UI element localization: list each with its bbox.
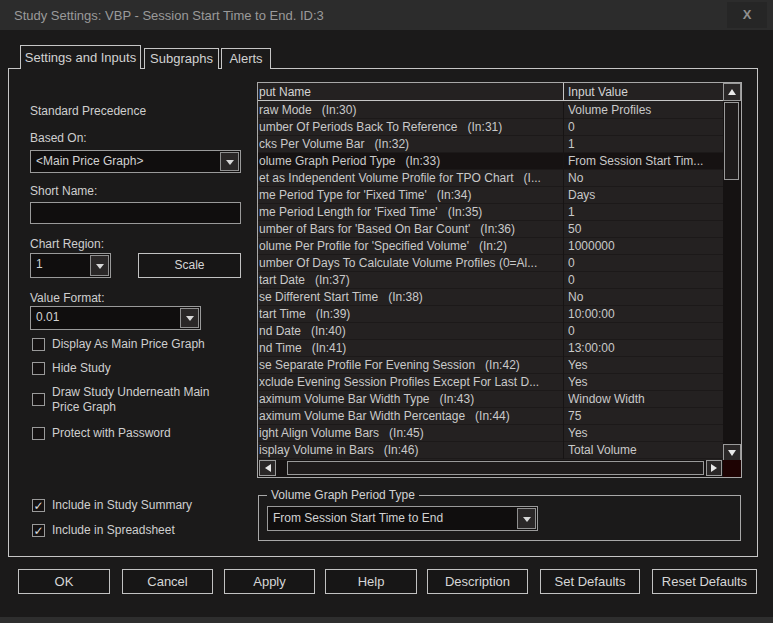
input-name-cell[interactable]: nd Time (In:41) (259, 341, 559, 355)
input-name-cell[interactable]: umber Of Days To Calculate Volume Profil… (259, 256, 559, 270)
table-row[interactable]: tart Time (In:39)10:00:00 (258, 306, 723, 323)
input-name-cell[interactable]: nd Date (In:40) (259, 324, 559, 338)
input-name-cell[interactable]: se Separate Profile For Evening Session … (259, 358, 559, 372)
input-value-cell[interactable]: 0 (568, 273, 720, 287)
input-name-cell[interactable]: raw Mode (In:30) (259, 103, 559, 117)
checked-checkbox-icon[interactable]: ✓ (32, 499, 45, 512)
input-name-cell[interactable]: umber of Bars for 'Based On Bar Count' (… (259, 222, 559, 236)
input-name-cell[interactable]: olume Graph Period Type (In:33) (259, 154, 559, 168)
input-name-cell[interactable]: ight Align Volume Bars (In:45) (259, 426, 559, 440)
input-value-cell[interactable]: 13:00:00 (568, 341, 720, 355)
input-value-cell[interactable]: Yes (568, 358, 720, 372)
horizontal-scrollbar-thumb[interactable] (287, 461, 704, 475)
chart-region-dropdown[interactable]: 1 (30, 253, 111, 278)
checked-checkbox-icon[interactable]: ✓ (32, 524, 45, 537)
set-defaults-button[interactable]: Set Defaults (540, 569, 640, 594)
period-type-dropdown[interactable]: From Session Start Time to End (267, 506, 538, 531)
input-value-cell[interactable]: Yes (568, 426, 720, 440)
table-row[interactable]: ight Align Volume Bars (In:45)Yes (258, 425, 723, 442)
scroll-down-icon[interactable] (723, 444, 741, 461)
table-row[interactable]: umber of Bars for 'Based On Bar Count' (… (258, 221, 723, 238)
input-name-cell[interactable]: me Period Length for 'Fixed Time' (In:35… (259, 205, 559, 219)
input-value-cell[interactable]: Volume Profiles (568, 103, 720, 117)
input-value-cell[interactable]: Days (568, 188, 720, 202)
unchecked-checkbox-icon[interactable] (32, 362, 45, 375)
input-value-cell[interactable]: From Session Start Tim... (568, 154, 720, 168)
inputs-table-header[interactable]: put Name Input Value (258, 83, 723, 101)
ok-button[interactable]: OK (18, 569, 110, 594)
input-name-cell[interactable]: et as Independent Volume Profile for TPO… (259, 171, 559, 185)
input-value-cell[interactable]: No (568, 171, 720, 185)
table-row[interactable]: et as Independent Volume Profile for TPO… (258, 170, 723, 187)
input-name-cell[interactable]: me Period Type for 'Fixed Time' (In:34) (259, 188, 559, 202)
help-button[interactable]: Help (325, 569, 417, 594)
table-row[interactable]: umber Of Days To Calculate Volume Profil… (258, 255, 723, 272)
input-value-cell[interactable]: 1 (568, 137, 720, 151)
apply-button[interactable]: Apply (224, 569, 315, 594)
input-value-cell[interactable]: 1 (568, 205, 720, 219)
input-name-cell[interactable]: umber Of Periods Back To Reference (In:3… (259, 120, 559, 134)
input-name-cell[interactable]: tart Date (In:37) (259, 273, 559, 287)
table-row[interactable]: olume Graph Period Type (In:33)From Sess… (258, 153, 723, 170)
table-row[interactable]: se Separate Profile For Evening Session … (258, 357, 723, 374)
input-name-cell[interactable]: xclude Evening Session Profiles Except F… (259, 375, 559, 389)
unchecked-checkbox-icon[interactable] (32, 427, 45, 440)
unchecked-checkbox-icon[interactable] (32, 393, 45, 406)
table-row[interactable]: olume Per Profile for 'Specified Volume'… (258, 238, 723, 255)
short-name-input[interactable] (30, 202, 241, 224)
input-value-cell[interactable]: 10:00:00 (568, 307, 720, 321)
unchecked-checkbox-icon[interactable] (32, 338, 45, 351)
input-name-cell[interactable]: aximum Volume Bar Width Type (In:43) (259, 392, 559, 406)
table-row[interactable]: tart Date (In:37)0 (258, 272, 723, 289)
table-row[interactable]: aximum Volume Bar Width Type (In:43)Wind… (258, 391, 723, 408)
close-icon[interactable]: X (727, 2, 767, 28)
table-row[interactable]: umber Of Periods Back To Reference (In:3… (258, 119, 723, 136)
table-row[interactable]: se Different Start Time (In:38)No (258, 289, 723, 306)
vertical-scrollbar-thumb[interactable] (724, 102, 739, 180)
reset-defaults-button[interactable]: Reset Defaults (652, 569, 757, 594)
chevron-down-icon[interactable] (180, 308, 199, 328)
input-value-column-header[interactable]: Input Value (568, 85, 628, 99)
scroll-up-icon[interactable] (723, 83, 741, 101)
input-value-cell[interactable]: 75 (568, 409, 720, 423)
table-row[interactable]: me Period Length for 'Fixed Time' (In:35… (258, 204, 723, 221)
input-name-cell[interactable]: se Different Start Time (In:38) (259, 290, 559, 304)
checkbox-include-in-spreadsheet[interactable]: ✓Include in Spreadsheet (32, 523, 242, 538)
input-value-cell[interactable]: No (568, 290, 720, 304)
table-row[interactable]: aximum Volume Bar Width Percentage (In:4… (258, 408, 723, 425)
table-row[interactable]: nd Date (In:40)0 (258, 323, 723, 340)
column-divider[interactable] (563, 83, 564, 101)
description-button[interactable]: Description (427, 569, 528, 594)
table-row[interactable]: cks Per Volume Bar (In:32)1 (258, 136, 723, 153)
checkbox-protect-with-password[interactable]: Protect with Password (32, 426, 237, 441)
chevron-down-icon[interactable] (517, 508, 536, 529)
tab-settings-and-inputs[interactable]: Settings and Inputs (20, 45, 141, 69)
input-value-cell[interactable]: 0 (568, 324, 720, 338)
input-name-cell[interactable]: olume Per Profile for 'Specified Volume'… (259, 239, 559, 253)
value-format-dropdown[interactable]: 0.01 (30, 306, 201, 330)
tab-alerts[interactable]: Alerts (221, 48, 271, 69)
table-row[interactable]: nd Time (In:41)13:00:00 (258, 340, 723, 357)
input-name-cell[interactable]: cks Per Volume Bar (In:32) (259, 137, 559, 151)
input-name-column-header[interactable]: put Name (259, 85, 311, 99)
input-name-cell[interactable]: isplay Volume in Bars (In:46) (259, 443, 559, 457)
table-row[interactable]: isplay Volume in Bars (In:46)Total Volum… (258, 442, 723, 459)
checkbox-display-as-main[interactable]: Display As Main Price Graph (32, 337, 237, 352)
input-value-cell[interactable]: 50 (568, 222, 720, 236)
tab-subgraphs[interactable]: Subgraphs (144, 48, 219, 69)
horizontal-scrollbar[interactable] (258, 460, 723, 477)
input-name-cell[interactable]: tart Time (In:39) (259, 307, 559, 321)
based-on-dropdown[interactable]: <Main Price Graph> (30, 150, 241, 173)
input-name-cell[interactable]: aximum Volume Bar Width Percentage (In:4… (259, 409, 559, 423)
checkbox-include-in-study[interactable]: ✓Include in Study Summary (32, 498, 242, 513)
table-row[interactable]: me Period Type for 'Fixed Time' (In:34)D… (258, 187, 723, 204)
input-value-cell[interactable]: Yes (568, 375, 720, 389)
input-value-cell[interactable]: Total Volume (568, 443, 720, 457)
input-value-cell[interactable]: 1000000 (568, 239, 720, 253)
checkbox-hide-study[interactable]: Hide Study (32, 361, 237, 376)
scale-button[interactable]: Scale (138, 253, 241, 278)
scroll-right-icon[interactable] (706, 460, 722, 476)
cancel-button[interactable]: Cancel (122, 569, 213, 594)
input-value-cell[interactable]: 0 (568, 256, 720, 270)
checkbox-draw-study-underneath[interactable]: Draw Study Underneath Main Price Graph (32, 385, 237, 415)
